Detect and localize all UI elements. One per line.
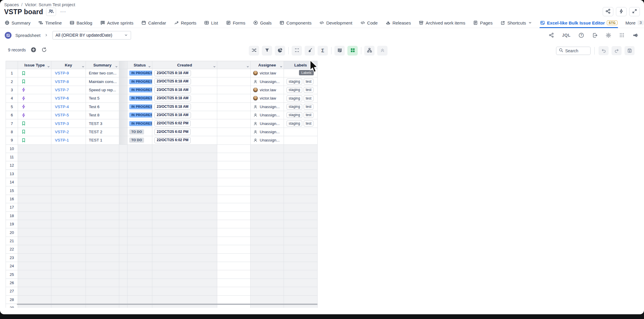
empty-cell[interactable] [128,262,152,270]
empty-cell[interactable] [284,161,318,170]
row-number[interactable]: 3 [6,86,18,94]
row-number[interactable]: 9 [6,136,18,144]
pie-tool-button[interactable] [275,46,285,56]
empty-cell[interactable] [18,186,51,195]
empty-cell[interactable] [284,228,318,237]
empty-cell[interactable] [51,161,86,170]
funnel-tool-button[interactable] [262,46,272,56]
export-button[interactable] [592,32,598,38]
empty-cell[interactable] [217,245,251,253]
empty-cell[interactable] [18,262,51,270]
empty-cell[interactable] [284,170,318,178]
row-number[interactable]: 6 [6,111,18,119]
chevron-down-icon[interactable] [246,65,249,69]
empty-cell[interactable] [128,237,152,245]
tab-reports[interactable]: Reports [174,18,197,28]
row-number[interactable]: 24 [6,262,18,270]
columns-tool-button[interactable] [334,46,345,56]
breadcrumb-project[interactable]: Victor: Scrum Test project [25,2,75,7]
column-header-created[interactable]: Created [152,61,217,69]
empty-cell[interactable] [251,153,284,161]
row-number[interactable]: 1 [6,69,18,77]
empty-cell[interactable] [284,287,318,295]
column-header-status[interactable]: Status [128,61,152,69]
save-button[interactable] [625,46,635,55]
empty-cell[interactable] [51,145,86,153]
created-cell[interactable]: 23/OCT/25 8:18 AM [152,77,217,86]
created-cell[interactable]: 23/OCT/25 8:18 AM [152,69,217,77]
empty-cell[interactable] [251,178,284,186]
empty-cell[interactable] [128,145,152,153]
empty-cell[interactable] [128,212,152,220]
empty-cell[interactable] [152,254,217,262]
empty-cell[interactable] [251,220,284,228]
empty-cell[interactable] [217,186,251,195]
row-number[interactable]: 29 [6,304,18,308]
empty-cell[interactable] [128,220,152,228]
empty-cell[interactable] [86,262,119,270]
status-cell[interactable]: IN PROGRESS [128,103,152,111]
tab-code[interactable]: Code [360,18,378,28]
empty-cell[interactable] [152,178,217,186]
collapse-tool-button[interactable] [377,46,388,56]
empty-cell[interactable] [284,237,318,245]
undo-button[interactable] [599,46,609,55]
empty-cell[interactable] [128,195,152,203]
empty-cell[interactable] [152,145,217,153]
sigma-tool-button[interactable]: Σ [318,46,328,56]
tab-calendar[interactable]: Calendar [141,18,166,28]
issue-key-link[interactable]: VSTP-1 [55,138,69,142]
empty-cell[interactable] [251,203,284,211]
assignee-cell[interactable]: victor.law [251,94,284,102]
created-cell[interactable]: 23/OCT/25 8:18 AM [152,103,217,111]
tab-releases[interactable]: Releases [386,18,411,28]
status-cell[interactable]: IN PROGRESS [128,77,152,86]
empty-cell[interactable] [18,212,51,220]
empty-cell[interactable] [51,254,86,262]
brush-tool-button[interactable] [305,46,315,56]
issue-key-link[interactable]: VSTP-8 [55,79,69,84]
empty-cell[interactable] [152,296,217,304]
empty-cell[interactable] [86,145,119,153]
empty-cell[interactable] [18,161,51,170]
row-number[interactable]: 4 [6,94,18,102]
empty-cell[interactable] [86,254,119,262]
empty-cell[interactable] [284,254,318,262]
created-cell[interactable]: 22/OCT/25 6:02 PM [152,136,217,144]
summary-cell[interactable]: TEST 1 [86,136,119,144]
empty-cell[interactable] [152,228,217,237]
empty-cell[interactable] [217,161,251,170]
issue-key-link[interactable]: VSTP-6 [55,96,69,100]
row-number[interactable]: 8 [6,128,18,136]
issue-type-cell[interactable] [18,111,51,119]
empty-cell[interactable] [152,203,217,211]
created-cell[interactable]: 23/OCT/25 8:18 AM [152,111,217,119]
issue-key-cell[interactable]: VSTP-6 [51,94,86,102]
empty-cell[interactable] [128,279,152,287]
issue-key-cell[interactable]: VSTP-9 [51,69,86,77]
empty-cell[interactable] [86,237,119,245]
summary-cell[interactable]: Test 8 [86,111,119,119]
view-selector-dropdown[interactable]: All (ORDER BY updatedDate) [53,31,131,40]
empty-cell[interactable] [152,237,217,245]
empty-cell[interactable] [128,161,152,170]
empty-cell[interactable] [86,245,119,253]
tab-active-sprints[interactable]: Active sprints [100,18,133,28]
row-number[interactable]: 2 [6,77,18,86]
empty-cell[interactable] [152,220,217,228]
empty-cell[interactable] [251,245,284,253]
labels-cell[interactable] [284,128,318,136]
assignee-cell[interactable]: Unassign... [251,111,284,119]
chevron-down-icon[interactable] [81,65,85,69]
empty-cell[interactable] [18,228,51,237]
empty-cell[interactable] [251,145,284,153]
empty-cell[interactable] [284,195,318,203]
issue-key-cell[interactable]: VSTP-7 [51,86,86,94]
empty-cell[interactable] [51,237,86,245]
empty-cell[interactable] [152,161,217,170]
created-cell[interactable]: 23/OCT/25 8:18 AM [152,86,217,94]
share-button[interactable] [549,32,554,38]
row-number[interactable]: 22 [6,245,18,253]
empty-cell[interactable] [128,170,152,178]
jql-button[interactable]: JQL [562,33,571,38]
